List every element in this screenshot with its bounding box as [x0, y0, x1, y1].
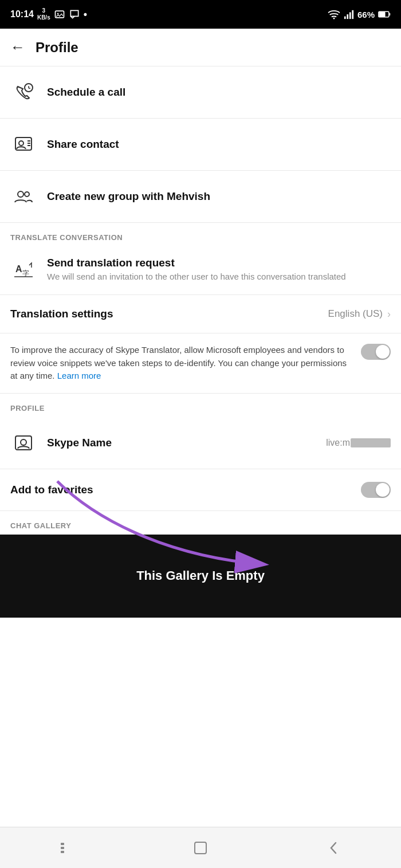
privacy-description-block: To improve the accuracy of Skype Transla… [0, 333, 401, 394]
share-contact-label: Share contact [47, 138, 119, 151]
skype-name-label: Skype Name [47, 437, 112, 449]
schedule-call-item[interactable]: Schedule a call [0, 66, 401, 119]
svg-rect-3 [344, 17, 346, 19]
skype-name-value: live:m [326, 438, 391, 448]
share-contact-icon [10, 131, 37, 158]
svg-point-24 [21, 439, 26, 445]
message-icon [69, 9, 80, 20]
status-right: 66% [328, 9, 391, 19]
share-contact-item[interactable]: Share contact [0, 119, 401, 171]
page-title: Profile [36, 40, 78, 56]
privacy-description: To improve the accuracy of Skype Transla… [10, 344, 352, 383]
add-to-favorites-item[interactable]: Add to favorites [0, 469, 401, 511]
schedule-call-label: Schedule a call [47, 86, 125, 99]
nav-home-button[interactable] [183, 836, 218, 859]
skype-name-redacted [351, 438, 391, 447]
back-chevron-icon [329, 840, 339, 855]
svg-text:A: A [15, 264, 22, 274]
wifi-icon [328, 9, 340, 19]
status-time: 10:14 [10, 9, 34, 19]
svg-point-19 [25, 192, 29, 197]
skype-name-icon [10, 430, 37, 456]
svg-rect-6 [352, 10, 353, 19]
svg-rect-27 [61, 847, 64, 849]
create-group-label: Create new group with Mehvish [47, 190, 210, 203]
chat-gallery-section: This Gallery Is Empty [0, 535, 401, 618]
menu-lines-icon [59, 842, 75, 854]
svg-rect-28 [61, 851, 64, 853]
create-group-item[interactable]: Create new group with Mehvish [0, 171, 401, 223]
add-to-favorites-toggle[interactable] [361, 482, 391, 498]
add-to-favorites-right [361, 482, 391, 498]
svg-rect-26 [61, 843, 64, 845]
svg-point-18 [18, 191, 23, 197]
learn-more-link[interactable]: Learn more [57, 371, 101, 380]
profile-section-header: PROFILE [0, 394, 401, 417]
svg-point-14 [19, 141, 23, 146]
schedule-call-icon [10, 79, 37, 105]
svg-text:字: 字 [22, 269, 29, 277]
nav-back-button[interactable] [317, 836, 351, 859]
create-group-icon [10, 183, 37, 210]
svg-rect-29 [195, 842, 206, 854]
skype-name-item[interactable]: Skype Name live:m [0, 417, 401, 469]
svg-rect-8 [379, 12, 386, 17]
svg-point-2 [333, 18, 335, 19]
svg-rect-5 [349, 12, 351, 19]
back-button[interactable]: ← [10, 38, 25, 56]
svg-point-1 [57, 13, 59, 15]
nav-bar [0, 827, 401, 868]
svg-rect-9 [390, 13, 391, 16]
signal-icon [344, 9, 354, 19]
status-kb: 3KB/s [37, 7, 50, 21]
content: Schedule a call Share contact Crea [0, 66, 401, 618]
gallery-empty: This Gallery Is Empty [0, 535, 401, 618]
send-translation-sublabel: We will send an invitation to the other … [47, 272, 346, 281]
gallery-empty-label: This Gallery Is Empty [136, 568, 265, 583]
skype-name-value-container: live:m [326, 438, 391, 448]
translate-icon: A 字 [10, 258, 37, 284]
translate-section-header: TRANSLATE CONVERSATION [0, 223, 401, 246]
translation-settings-right: English (US) › [328, 308, 391, 320]
nav-menu-button[interactable] [50, 836, 84, 859]
send-translation-content: Send translation request We will send an… [47, 257, 346, 281]
svg-rect-4 [347, 14, 348, 19]
translation-settings-value: English (US) [328, 308, 383, 320]
translator-privacy-toggle[interactable] [361, 344, 391, 360]
send-translation-label: Send translation request [47, 257, 346, 269]
translation-settings-label: Translation settings [10, 308, 113, 320]
status-bar: 10:14 3KB/s • 66% [0, 0, 401, 29]
battery-level: 66% [357, 10, 375, 19]
translation-settings-item[interactable]: Translation settings English (US) › [0, 295, 401, 333]
chevron-right-icon: › [387, 308, 391, 320]
status-left: 10:14 3KB/s • [10, 7, 87, 21]
add-to-favorites-label: Add to favorites [10, 484, 93, 496]
status-dot: • [84, 9, 87, 21]
chat-gallery-header: CHAT GALLERY [0, 511, 401, 535]
battery-icon [378, 10, 391, 18]
header: ← Profile [0, 29, 401, 66]
image-icon [54, 9, 65, 20]
home-square-icon [193, 840, 208, 855]
send-translation-item[interactable]: A 字 Send translation request We will sen… [0, 246, 401, 295]
